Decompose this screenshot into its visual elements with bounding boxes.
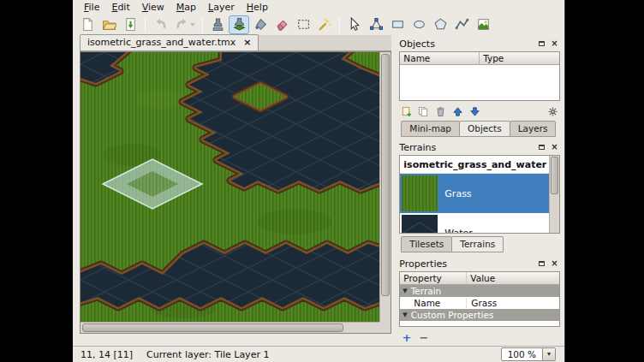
redo-button[interactable] [171, 15, 198, 34]
menu-bar: File Edit View Map Layer Help [73, 0, 564, 14]
duplicate-object-button[interactable] [416, 104, 431, 118]
collapse-arrow-icon: ▼ [402, 312, 407, 318]
float-panel-button[interactable] [536, 142, 547, 152]
objects-panel-header: Objects × [399, 38, 560, 50]
zoom-combobox[interactable]: 100 % ▾ [501, 347, 556, 361]
magic-wand-button[interactable] [314, 15, 335, 34]
objects-list[interactable] [400, 65, 559, 100]
save-icon [123, 17, 138, 32]
rectangular-select-icon [296, 17, 311, 32]
eraser-button[interactable] [271, 15, 292, 34]
new-map-button[interactable] [77, 15, 98, 34]
terrain-brush-button[interactable] [229, 15, 249, 34]
map-vertical-scrollbar[interactable] [379, 52, 391, 322]
float-panel-icon [539, 261, 545, 266]
map-editor-pane: isometric_grass_and_water.tmx × [73, 35, 395, 346]
select-objects-button[interactable] [344, 15, 365, 34]
raise-object-button[interactable] [450, 104, 465, 118]
objects-column-type[interactable]: Type [480, 52, 507, 64]
toolbar-separator [202, 17, 203, 33]
float-panel-icon [539, 41, 545, 46]
undo-icon [153, 17, 168, 32]
tiled-window: File Edit View Map Layer Help [73, 0, 565, 362]
menu-edit[interactable]: Edit [105, 1, 135, 14]
property-row-name[interactable]: Name Grass [400, 297, 559, 309]
menu-layer[interactable]: Layer [202, 1, 241, 14]
objects-column-name[interactable]: Name [400, 52, 480, 64]
close-panel-icon: × [551, 143, 558, 151]
properties-table: Property Value ▼ Terrain Name Grass ▼ Cu… [399, 271, 560, 327]
insert-polyline-button[interactable] [451, 15, 472, 34]
insert-tile-button[interactable] [473, 15, 493, 34]
menu-file[interactable]: File [78, 1, 105, 14]
float-panel-button[interactable] [536, 39, 547, 49]
save-button[interactable] [120, 15, 140, 34]
stamp-brush-icon [211, 17, 225, 32]
tab-layers[interactable]: Layers [510, 121, 557, 137]
close-panel-button[interactable]: × [549, 258, 560, 269]
property-value-cell[interactable]: Grass [467, 298, 559, 308]
close-panel-button[interactable]: × [549, 142, 560, 152]
objects-table-header: Name Type [400, 52, 559, 65]
add-property-button[interactable]: + [399, 331, 414, 343]
open-icon [102, 17, 116, 32]
lower-object-button[interactable] [468, 104, 482, 118]
insert-rectangle-icon [391, 17, 405, 32]
menu-help[interactable]: Help [241, 1, 274, 14]
remove-object-button[interactable] [433, 104, 448, 118]
terrain-label: Grass [444, 188, 471, 199]
edit-polygons-button[interactable] [366, 15, 386, 34]
undo-button[interactable] [150, 15, 170, 34]
grass-terrain-thumbnail [402, 175, 438, 211]
map-horizontal-scrollbar[interactable] [80, 322, 379, 333]
rectangular-select-button[interactable] [293, 15, 313, 34]
water-terrain-thumbnail [402, 215, 438, 234]
add-object-button[interactable] [399, 104, 414, 118]
zoom-value[interactable]: 100 % [502, 348, 542, 360]
insert-polygon-button[interactable] [430, 15, 450, 34]
horizontal-scroll-thumb[interactable] [82, 323, 343, 332]
terrains-panel-header: Terrains × [399, 141, 560, 153]
menu-map[interactable]: Map [170, 1, 202, 14]
eraser-icon [275, 17, 289, 32]
remove-property-button[interactable]: − [416, 331, 431, 343]
objects-table: Name Type [399, 51, 560, 101]
property-group-terrain[interactable]: ▼ Terrain [400, 285, 559, 297]
terrain-brush-icon [232, 17, 247, 32]
objects-panel-title: Objects [399, 39, 534, 50]
tab-tilesets[interactable]: Tilesets [401, 236, 452, 252]
close-panel-button[interactable]: × [549, 39, 560, 49]
terrains-scroll-thumb[interactable] [551, 157, 558, 194]
object-properties-icon [547, 106, 558, 117]
close-panel-icon: × [551, 259, 558, 268]
property-group-custom[interactable]: ▼ Custom Properties [400, 309, 559, 321]
tab-mini-map[interactable]: Mini-map [401, 121, 460, 137]
properties-panel-title: Properties [399, 258, 534, 270]
document-tab[interactable]: isometric_grass_and_water.tmx × [80, 34, 259, 50]
terrains-panel-title: Terrains [399, 142, 534, 153]
map-canvas[interactable] [80, 52, 379, 322]
menu-view[interactable]: View [136, 1, 170, 14]
terrain-row-grass[interactable]: Grass [400, 174, 559, 213]
tab-terrains[interactable]: Terrains [451, 236, 504, 252]
properties-buttons: + − [399, 331, 560, 343]
bucket-fill-button[interactable] [250, 15, 271, 34]
property-column-header[interactable]: Property [400, 272, 467, 284]
main-area: isometric_grass_and_water.tmx × [73, 35, 564, 346]
tab-objects[interactable]: Objects [459, 121, 510, 137]
insert-rectangle-button[interactable] [387, 15, 408, 34]
vertical-scroll-thumb[interactable] [381, 54, 390, 296]
float-panel-button[interactable] [536, 258, 547, 269]
zoom-dropdown-button[interactable]: ▾ [542, 348, 555, 360]
open-button[interactable] [98, 15, 119, 34]
insert-polyline-icon [455, 17, 469, 32]
value-column-header[interactable]: Value [467, 272, 498, 284]
insert-ellipse-button[interactable] [408, 15, 429, 34]
stamp-brush-button[interactable] [207, 15, 228, 34]
property-group-label: Terrain [411, 286, 442, 296]
scrollbar-corner [379, 322, 391, 333]
tab-close-icon[interactable]: × [243, 38, 251, 47]
terrains-scrollbar[interactable] [549, 156, 559, 233]
object-properties-button[interactable] [546, 104, 560, 118]
terrain-row-water[interactable]: Water [400, 213, 559, 234]
